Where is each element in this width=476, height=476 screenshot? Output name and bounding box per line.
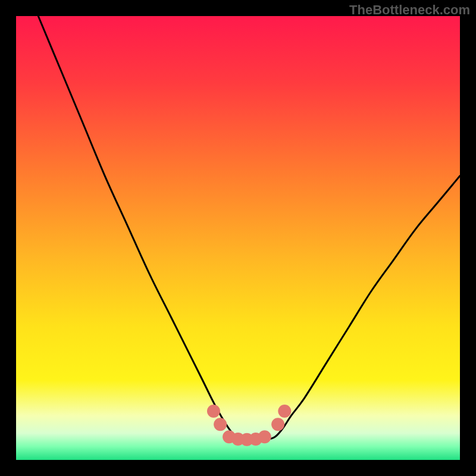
watermark-text: TheBottleneck.com [349,2,470,18]
plot-area [16,16,460,460]
bottom-beads-group [207,405,291,446]
bead-marker [214,418,227,431]
bottleneck-curve [38,16,460,440]
chart-frame: TheBottleneck.com [0,0,476,476]
bead-marker [207,405,220,418]
bead-marker [271,418,284,431]
bead-marker [278,405,291,418]
curve-layer [16,16,460,460]
bead-marker [258,430,271,443]
